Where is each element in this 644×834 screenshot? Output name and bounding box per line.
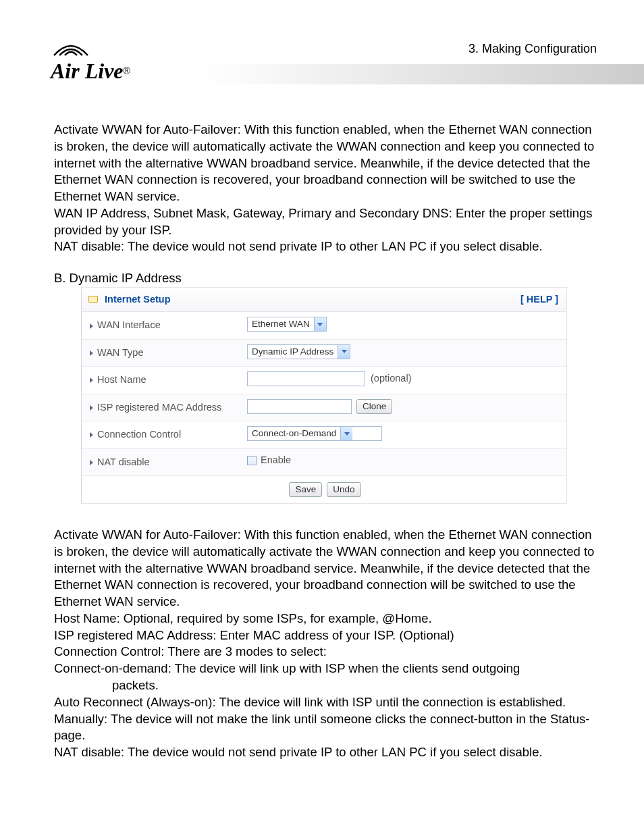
chevron-down-icon	[340, 427, 352, 440]
header-divider	[203, 64, 644, 84]
connection-control-select[interactable]: Connect-on-Demand	[247, 426, 382, 441]
paragraph-autofailover-2: Activate WWAN for Auto-Failover: With th…	[54, 527, 597, 610]
row-isp-mac: ISP registered MAC Address Clone	[82, 394, 566, 421]
row-connection-control: Connection Control Connect-on-Demand	[82, 421, 566, 448]
arrow-icon	[90, 377, 93, 383]
nat-enable-label: Enable	[261, 454, 291, 465]
label-connection-control: Connection Control	[97, 429, 181, 440]
paragraph-wan-settings: WAN IP Address, Subnet Mask, Gateway, Pr…	[54, 205, 597, 239]
row-host-name: Host Name (optional)	[82, 367, 566, 394]
label-wan-interface: WAN Interface	[97, 319, 161, 330]
paragraph-nat-1: NAT disable: The device would not send p…	[54, 238, 597, 255]
folder-icon	[88, 296, 98, 303]
nat-enable-checkbox[interactable]	[247, 456, 257, 465]
panel-header: Internet Setup [ HELP ]	[82, 288, 566, 312]
arrow-icon	[90, 350, 93, 356]
paragraph-hostname: Host Name: Optional, required by some IS…	[54, 610, 597, 627]
lower-text-block: Activate WWAN for Auto-Failover: With th…	[54, 527, 597, 761]
paragraph-nat-2: NAT disable: The device would not send p…	[54, 744, 597, 761]
wan-type-select[interactable]: Dynamic IP Address	[247, 344, 350, 359]
host-name-hint: (optional)	[371, 373, 411, 384]
row-nat-disable: NAT disable Enable	[82, 449, 566, 476]
label-nat-disable: NAT disable	[97, 457, 150, 467]
page-content: Activate WWAN for Auto-Failover: With th…	[0, 101, 644, 761]
arrow-icon	[90, 323, 93, 329]
paragraph-cod-b: packets.	[54, 677, 597, 694]
row-wan-type: WAN Type Dynamic IP Address	[82, 340, 566, 367]
label-wan-type: WAN Type	[97, 347, 144, 358]
paragraph-isp-mac: ISP registered MAC Address: Enter MAC ad…	[54, 627, 597, 644]
host-name-input[interactable]	[247, 371, 365, 386]
panel-button-row: Save Undo	[82, 476, 566, 503]
arrow-icon	[90, 460, 93, 465]
logo-text: Air Live	[51, 59, 124, 83]
save-button[interactable]: Save	[289, 482, 322, 497]
undo-button[interactable]: Undo	[327, 482, 360, 497]
paragraph-autofailover-1: Activate WWAN for Auto-Failover: With th…	[54, 122, 597, 205]
clone-button[interactable]: Clone	[356, 399, 392, 414]
arrow-icon	[90, 405, 93, 411]
page-header: 3. Making Configuration Air Live®	[0, 0, 644, 101]
internet-setup-panel: Internet Setup [ HELP ] WAN Interface Et…	[81, 287, 567, 504]
paragraph-conn-control: Connection Control: There are 3 modes to…	[54, 644, 597, 660]
paragraph-cod-a: Connect-on-demand: The device will link …	[54, 660, 597, 677]
arrow-icon	[90, 432, 93, 438]
paragraph-auto-reconnect: Auto Reconnect (Always-on): The device w…	[54, 694, 597, 711]
chapter-title: 3. Making Configuration	[468, 42, 597, 56]
section-heading-b: B. Dynamic IP Address	[54, 270, 597, 287]
registered-mark: ®	[124, 66, 130, 76]
paragraph-manually: Manually: The device will not make the l…	[54, 711, 597, 745]
label-host-name: Host Name	[97, 374, 146, 385]
label-isp-mac: ISP registered MAC Address	[97, 402, 221, 413]
wifi-icon	[51, 41, 91, 59]
brand-logo: Air Live®	[51, 41, 130, 84]
wan-interface-select[interactable]: Ethernet WAN	[247, 317, 327, 332]
panel-title: Internet Setup	[105, 294, 170, 305]
row-wan-interface: WAN Interface Ethernet WAN	[82, 312, 566, 339]
isp-mac-input[interactable]	[247, 399, 352, 414]
help-link[interactable]: [ HELP ]	[520, 293, 558, 306]
chevron-down-icon	[338, 345, 350, 359]
chevron-down-icon	[314, 317, 326, 331]
